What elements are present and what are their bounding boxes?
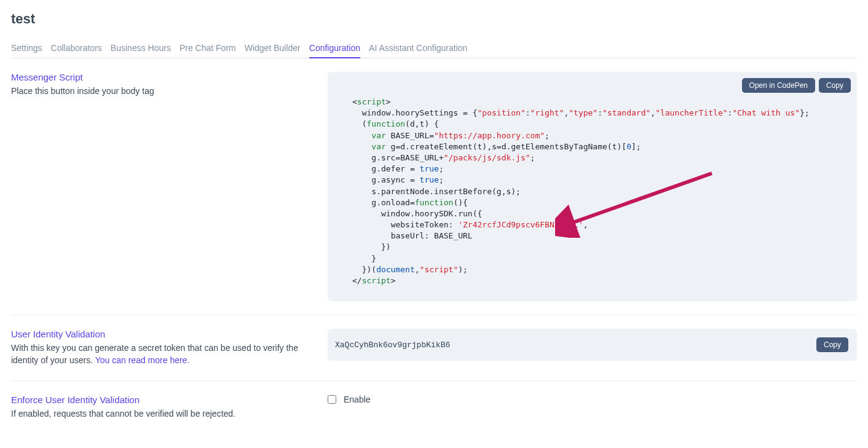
identity-key-row: XaQcCyhBnk6ov9grjpbKikB6 Copy: [328, 329, 857, 361]
page-title: test: [11, 11, 857, 27]
code-baseurl: https://app.hoory.com: [439, 131, 540, 140]
copy-identity-key-button[interactable]: Copy: [816, 337, 848, 352]
enforce-checkbox-label: Enable: [344, 395, 371, 404]
code-lt: Chat with us: [737, 108, 795, 117]
tab-widget-builder[interactable]: Widget Builder: [245, 38, 301, 58]
code-pre: <script> window.hoorySettings = {"positi…: [352, 96, 842, 286]
tab-bar: Settings Collaborators Business Hours Pr…: [11, 38, 857, 58]
copy-script-button[interactable]: Copy: [819, 78, 851, 93]
tab-collaborators[interactable]: Collaborators: [51, 38, 102, 58]
tab-settings[interactable]: Settings: [11, 38, 42, 58]
user-identity-desc: With this key you can generate a secret …: [11, 342, 313, 367]
section-messenger-script: Messenger Script Place this button insid…: [11, 58, 857, 315]
messenger-script-desc: Place this button inside your body tag: [11, 85, 313, 97]
tab-ai-assistant-configuration[interactable]: AI Assistant Configuration: [369, 38, 467, 58]
identity-key-value: XaQcCyhBnk6ov9grjpbKikB6: [335, 340, 450, 350]
tab-pre-chat-form[interactable]: Pre Chat Form: [180, 38, 236, 58]
messenger-script-title: Messenger Script: [11, 72, 313, 82]
code-token: Zr42rcfJCd9pscv6FBNXvvHC: [463, 220, 578, 229]
tab-configuration[interactable]: Configuration: [309, 38, 360, 58]
section-user-identity: User Identity Validation With this key y…: [11, 315, 857, 381]
section-enforce-identity: Enforce User Identity Validation If enab…: [11, 381, 857, 433]
user-identity-read-more-link[interactable]: You can read more here.: [95, 355, 190, 365]
code-type: standard: [607, 108, 646, 117]
enforce-checkbox[interactable]: [328, 395, 336, 404]
tab-business-hours[interactable]: Business Hours: [111, 38, 171, 58]
enforce-identity-desc: If enabled, requests that cannot be veri…: [11, 407, 313, 420]
code-sdk: /packs/js/sdk.js: [449, 153, 526, 162]
code-pos: right: [535, 108, 559, 117]
messenger-script-code: Open in CodePen Copy <script> window.hoo…: [328, 72, 857, 301]
enforce-checkbox-row[interactable]: Enable: [328, 395, 857, 404]
user-identity-title: User Identity Validation: [11, 329, 313, 339]
open-in-codepen-button[interactable]: Open in CodePen: [742, 78, 815, 93]
enforce-identity-title: Enforce User Identity Validation: [11, 395, 313, 405]
